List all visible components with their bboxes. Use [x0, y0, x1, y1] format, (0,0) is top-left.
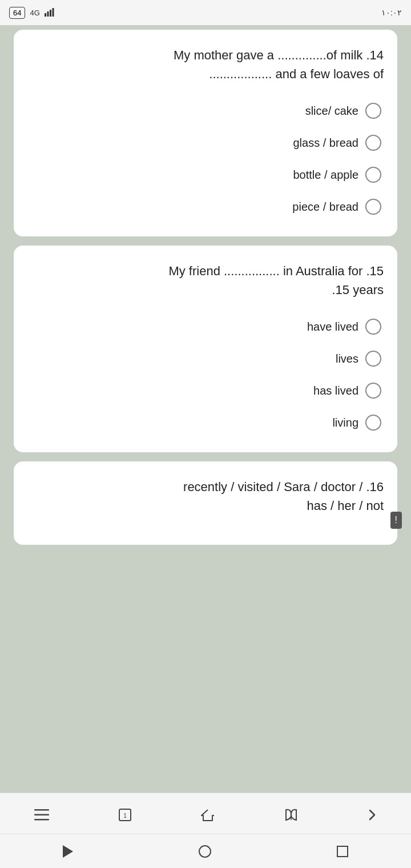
home-icon — [200, 808, 215, 822]
svg-rect-4 — [34, 809, 49, 811]
menu-icon — [34, 809, 49, 821]
question-15-options: have lived lives has lived living — [27, 313, 384, 436]
question-card-16: recently / visited / Sara / doctor / .16… — [14, 461, 397, 545]
radio-q14-c[interactable] — [365, 167, 381, 183]
svg-rect-1 — [47, 11, 49, 17]
question-16-text: recently / visited / Sara / doctor / .16… — [27, 477, 384, 515]
system-nav-bar — [0, 834, 411, 868]
book-nav-button[interactable] — [277, 803, 305, 826]
menu-nav-button[interactable] — [27, 805, 56, 825]
radio-q15-b[interactable] — [365, 351, 381, 367]
signal-bars — [45, 7, 56, 18]
option-q14-c[interactable]: bottle / apple — [27, 161, 384, 188]
option-q14-b-label: glass / bread — [293, 136, 358, 150]
option-q15-c[interactable]: has lived — [27, 377, 384, 404]
tab-nav-button[interactable]: 1 — [111, 803, 139, 826]
battery-indicator: 64 — [9, 7, 25, 19]
option-q14-b[interactable]: glass / bread — [27, 129, 384, 156]
bottom-nav-bar: 1 — [0, 793, 411, 834]
radio-q14-d[interactable] — [365, 199, 381, 215]
radio-q14-b[interactable] — [365, 135, 381, 151]
option-q15-c-label: has lived — [313, 384, 358, 397]
next-nav-button[interactable] — [361, 803, 384, 826]
content-area: My mother gave a ..............of milk .… — [0, 25, 411, 793]
question-card-14: My mother gave a ..............of milk .… — [14, 30, 397, 236]
back-sys-button[interactable] — [51, 839, 84, 863]
play-back-icon — [63, 845, 73, 858]
network-type: 4G — [30, 9, 39, 17]
option-q15-b[interactable]: lives — [27, 345, 384, 372]
svg-rect-6 — [34, 819, 49, 821]
circle-home-icon — [199, 845, 211, 858]
status-left: 64 4G — [9, 7, 56, 19]
status-bar: 64 4G ١٠:٠٢ — [0, 0, 411, 25]
status-time: ١٠:٠٢ — [381, 8, 402, 17]
radio-q15-a[interactable] — [365, 319, 381, 335]
square-recents-icon — [337, 846, 348, 857]
home-nav-button[interactable] — [194, 803, 222, 826]
question-14-text: My mother gave a ..............of milk .… — [27, 46, 384, 83]
option-q15-b-label: lives — [336, 352, 358, 365]
svg-rect-0 — [45, 13, 46, 17]
option-q14-c-label: bottle / apple — [293, 168, 358, 182]
recents-sys-button[interactable] — [325, 840, 360, 863]
svg-rect-2 — [50, 10, 51, 17]
option-q15-a-label: have lived — [307, 320, 358, 333]
radio-q15-d[interactable] — [365, 415, 381, 431]
chevron-right-icon — [368, 808, 377, 822]
question-14-options: slice/ cake glass / bread bottle / apple… — [27, 97, 384, 220]
svg-rect-5 — [34, 814, 49, 815]
option-q14-a-label: slice/ cake — [305, 105, 358, 118]
svg-text:1: 1 — [123, 811, 127, 818]
option-q14-a[interactable]: slice/ cake — [27, 97, 384, 124]
option-q15-d-label: living — [332, 416, 358, 429]
home-sys-button[interactable] — [187, 839, 223, 863]
radio-q15-c[interactable] — [365, 383, 381, 399]
book-icon — [284, 808, 299, 822]
option-q15-a[interactable]: have lived — [27, 313, 384, 340]
question-card-15: My friend ................ in Australia … — [14, 246, 397, 452]
option-q14-d-label: piece / bread — [292, 200, 358, 214]
question-15-text: My friend ................ in Australia … — [27, 262, 384, 299]
svg-rect-3 — [52, 8, 54, 17]
tab-icon: 1 — [118, 808, 132, 822]
option-q15-d[interactable]: living — [27, 409, 384, 436]
feedback-button[interactable]: ! — [390, 512, 402, 529]
option-q14-d[interactable]: piece / bread — [27, 193, 384, 220]
radio-q14-a[interactable] — [365, 103, 381, 119]
